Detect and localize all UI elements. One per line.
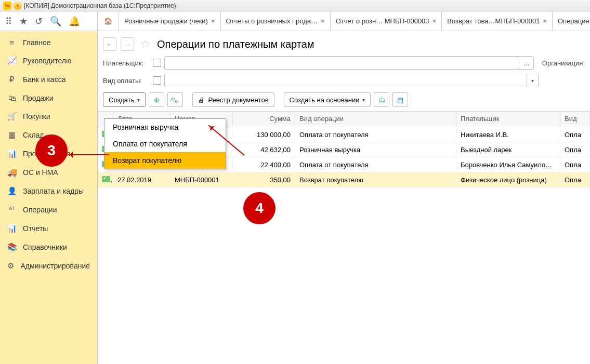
app-logo-icon: 1c: [3, 2, 11, 10]
col-payer[interactable]: Плательщик: [456, 112, 560, 127]
chevron-down-icon: ▾: [137, 97, 140, 103]
bag-icon: 🛍: [7, 93, 17, 102]
sidebar-item-reports[interactable]: 📊Отчеты: [0, 219, 97, 238]
type-filter-checkbox[interactable]: [153, 76, 161, 85]
sidebar-item-label: Справочники: [23, 243, 67, 251]
create-button[interactable]: Создать▾: [103, 92, 146, 107]
sidebar-item-sales[interactable]: 🛍Продажи: [0, 89, 97, 107]
cell-sum: 350,00: [233, 174, 295, 186]
cell-date: 27.02.2019: [113, 174, 171, 186]
cell-operation: Оплата от покупателя: [295, 129, 456, 141]
bars-icon: 📊: [7, 149, 17, 158]
cell-number: МНБП-000001: [171, 174, 233, 186]
dropdown-item-payment[interactable]: Оплата от покупателя: [104, 136, 226, 152]
nav-back-button[interactable]: ←: [103, 37, 116, 51]
bell-icon[interactable]: 🔔: [69, 16, 80, 27]
dtkt-icon: ᴬᵀ: [7, 205, 17, 214]
sidebar-item-admin[interactable]: ⚙Администрирование: [0, 257, 97, 275]
cell-sum: 22 400,00: [233, 159, 295, 171]
sidebar-item-label: Продажи: [23, 94, 53, 102]
sidebar-item-manager[interactable]: 📈Руководителю: [0, 51, 97, 70]
table-row[interactable]: 27.02.2019 МНБП-000001 350,00 Возврат по…: [98, 172, 590, 187]
sidebar-item-catalogs[interactable]: 📚Справочники: [0, 238, 97, 257]
dtkt-icon: ДтКт: [171, 96, 180, 103]
toolbar-icons: ⠿ ★ ↺ 🔍 🔔: [0, 11, 98, 31]
tab-retail-reports[interactable]: Отчеты о розничных прода…×: [221, 11, 331, 31]
bars-icon: 📊: [7, 224, 17, 233]
cell-operation: Оплата от покупателя: [295, 159, 456, 171]
apps-icon[interactable]: ⠿: [5, 16, 12, 27]
page-title: Операции по платежным картам: [157, 38, 314, 50]
sidebar-item-operations[interactable]: ᴬᵀОперации: [0, 200, 97, 219]
sidebar-item-label: Банк и касса: [23, 75, 65, 84]
sidebar-item-label: Отчеты: [23, 224, 48, 233]
tab-label: Отчет о розн… МНБП-000003: [336, 17, 429, 25]
payer-filter-checkbox[interactable]: [153, 59, 161, 67]
tab-operation[interactable]: Операция по…: [553, 11, 590, 31]
print-icon: 🖨: [198, 96, 205, 104]
cell-type: Опла: [560, 174, 590, 186]
dtkt-button[interactable]: ДтКт: [167, 92, 183, 107]
sidebar-item-main[interactable]: ≡Главное: [0, 33, 97, 51]
history-icon[interactable]: ↺: [35, 16, 43, 27]
sidebar-item-label: Руководителю: [23, 57, 71, 65]
home-tab[interactable]: 🏠: [98, 11, 119, 31]
sidebar-item-label: Главное: [23, 38, 51, 47]
cell-operation: Возврат покупателю: [295, 174, 456, 186]
truck-icon: 🚚: [7, 168, 17, 177]
sidebar-item-label: ОС и НМА: [23, 168, 58, 177]
cell-payer: Выездной ларек: [456, 144, 560, 156]
col-sum[interactable]: Сумма: [233, 112, 295, 127]
sidebar-item-purchases[interactable]: 🛒Покупки: [0, 107, 97, 126]
sidebar-item-bank[interactable]: ₽Банк и касса: [0, 70, 97, 89]
cell-payer: Боровченко Илья Самуилов…: [456, 159, 560, 171]
col-type[interactable]: Вид: [560, 112, 590, 127]
close-icon[interactable]: ×: [321, 17, 325, 25]
create-basis-button[interactable]: Создать на основании▾: [284, 92, 371, 107]
sidebar-item-label: Покупки: [23, 112, 50, 120]
svg-text:Кт: Кт: [175, 99, 179, 103]
tab-return[interactable]: Возврат това…МНБП-000001×: [442, 11, 553, 31]
tab-report[interactable]: Отчет о розн… МНБП-000003×: [331, 11, 442, 31]
window-title: [КОПИЯ] Демонстрационная база (1С:Предпр…: [24, 2, 176, 9]
nav-forward-button[interactable]: →: [121, 37, 134, 51]
person-icon: 👤: [7, 186, 17, 196]
sidebar-item-label: Зарплата и кадры: [23, 187, 84, 195]
payer-filter-input[interactable]: …: [164, 56, 534, 70]
type-dropdown-button[interactable]: ▾: [527, 74, 538, 87]
list-mode-button[interactable]: ▤: [392, 92, 408, 107]
sidebar-item-payroll[interactable]: 👤Зарплата и кадры: [0, 182, 97, 200]
window-menu-icon[interactable]: ▾: [14, 2, 22, 10]
register-button[interactable]: 🖨Реестр документов: [192, 92, 274, 107]
chevron-down-icon: ▾: [362, 97, 365, 103]
type-filter-input[interactable]: ▾: [164, 74, 539, 87]
cell-operation: Розничная выручка: [295, 144, 456, 156]
cell-payer: Физическое лицо (розница): [456, 174, 560, 186]
main-area: ← → ☆ Операции по платежным картам Плате…: [98, 31, 590, 364]
close-icon[interactable]: ×: [432, 17, 437, 25]
cell-type: Опла: [560, 144, 590, 156]
tab-label: Отчеты о розничных прода…: [226, 17, 318, 25]
tab-bar: 🏠 Розничные продажи (чеки)× Отчеты о роз…: [98, 11, 590, 31]
favorite-star-icon[interactable]: ☆: [140, 37, 151, 51]
callout-4: 4: [243, 192, 276, 224]
gear-icon: ⚙: [7, 261, 15, 271]
tab-retail-sales[interactable]: Розничные продажи (чеки)×: [119, 11, 221, 31]
dropdown-item-return[interactable]: Возврат покупателю: [104, 152, 226, 169]
sidebar-item-label: Администрирование: [21, 262, 90, 270]
basis-button-label: Создать на основании: [290, 96, 360, 104]
star-icon[interactable]: ★: [19, 16, 28, 27]
search-icon[interactable]: 🔍: [50, 16, 61, 27]
list-icon: ▤: [397, 96, 403, 104]
copy-button[interactable]: ⊕: [149, 92, 164, 107]
tab-label: Операция по…: [558, 17, 590, 25]
doc-status-icon: [102, 176, 110, 182]
books-icon: 📚: [7, 242, 17, 252]
select-payer-button[interactable]: …: [519, 56, 533, 70]
structure-button[interactable]: 🗂: [374, 92, 389, 107]
close-icon[interactable]: ×: [211, 17, 215, 25]
chart-icon: 📈: [7, 56, 17, 65]
close-icon[interactable]: ×: [543, 17, 547, 25]
cart-icon: 🛒: [7, 112, 17, 121]
col-operation[interactable]: Вид операции: [295, 112, 456, 127]
